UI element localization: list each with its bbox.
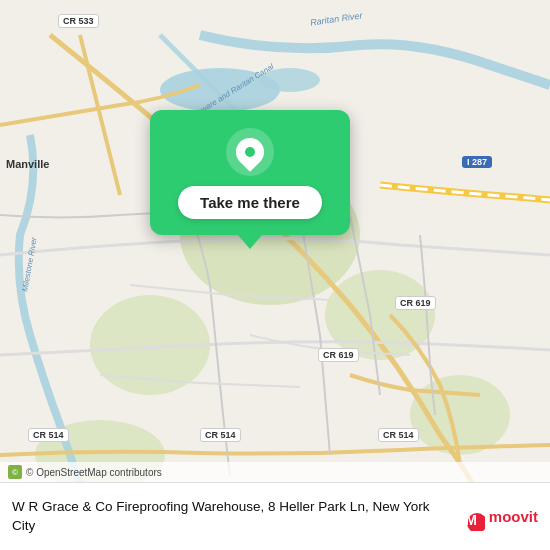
place-label-manville: Manville bbox=[6, 158, 49, 170]
moovit-icon: M bbox=[457, 503, 485, 531]
road-label-cr514-1: CR 514 bbox=[28, 428, 69, 442]
place-name: W R Grace & Co Fireproofing Warehouse, 8… bbox=[12, 498, 445, 536]
road-label-cr514-3: CR 514 bbox=[378, 428, 419, 442]
take-me-there-button[interactable]: Take me there bbox=[178, 186, 322, 219]
svg-point-5 bbox=[410, 375, 510, 455]
road-label-i287: I 287 bbox=[462, 156, 492, 168]
info-bar: W R Grace & Co Fireproofing Warehouse, 8… bbox=[0, 482, 550, 550]
osm-logo-icon: © bbox=[8, 465, 22, 479]
road-label-cr619-2: CR 619 bbox=[318, 348, 359, 362]
location-icon-wrapper bbox=[226, 128, 274, 176]
attribution-bar: © © OpenStreetMap contributors bbox=[0, 462, 550, 482]
attribution-text: © OpenStreetMap contributors bbox=[26, 467, 162, 478]
popup-card: Take me there bbox=[150, 110, 350, 235]
road-label-cr514-2: CR 514 bbox=[200, 428, 241, 442]
moovit-logo: M moovit bbox=[457, 503, 538, 531]
map-container: CR 533 CR 514 CR 514 CR 514 CR 619 CR 61… bbox=[0, 0, 550, 550]
svg-text:M: M bbox=[465, 512, 477, 528]
moovit-text: moovit bbox=[489, 508, 538, 525]
road-label-cr533: CR 533 bbox=[58, 14, 99, 28]
location-pin-icon bbox=[230, 132, 270, 172]
road-label-cr619-1: CR 619 bbox=[395, 296, 436, 310]
